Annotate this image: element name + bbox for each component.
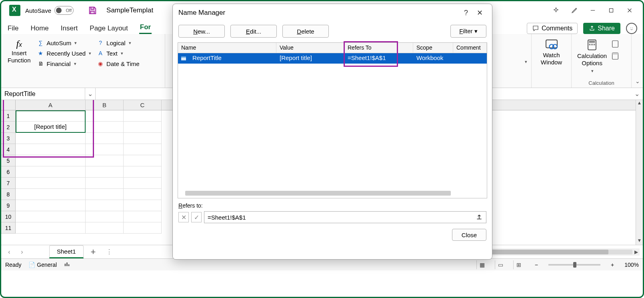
tab-page-layout[interactable]: Page Layout <box>89 23 128 34</box>
svg-rect-8 <box>589 44 591 46</box>
recently-used-button[interactable]: ★Recently Used▾ <box>36 48 93 58</box>
zoom-out-icon[interactable]: − <box>532 262 541 268</box>
app-close-button[interactable] <box>620 4 639 17</box>
feedback-icon[interactable] <box>626 23 637 34</box>
view-normal-icon[interactable]: ▦ <box>476 260 488 269</box>
view-page-layout-icon[interactable]: ▭ <box>495 260 506 269</box>
stats-icon[interactable] <box>64 261 71 268</box>
copilot-icon[interactable] <box>547 4 565 17</box>
svg-rect-9 <box>591 44 593 46</box>
svg-point-1 <box>630 28 631 28</box>
name-row-reporttitle[interactable]: ReportTitle [Report title] =Sheet1!$A$1 … <box>178 53 487 64</box>
name-box-dropdown-icon[interactable]: ⌄ <box>85 88 96 100</box>
svg-rect-13 <box>612 53 618 55</box>
calculate-now-icon[interactable] <box>611 40 620 48</box>
dialog-close-icon[interactable]: ✕ <box>473 7 486 19</box>
sheet-tab-sheet1[interactable]: Sheet1 <box>49 245 84 258</box>
vertical-scrollbar[interactable]: ▲ ▼ <box>636 100 643 245</box>
cell-a2-value[interactable]: [Report title] <box>16 122 86 133</box>
logical-button[interactable]: ?Logical▾ <box>95 38 141 48</box>
sheet-options-icon[interactable]: ⋮ <box>106 248 112 256</box>
refers-to-input[interactable]: =Sheet1!$A$1 <box>204 211 486 223</box>
refers-confirm-icon[interactable]: ✓ <box>191 212 202 222</box>
name-box[interactable]: ReportTitle <box>1 88 85 100</box>
svg-rect-19 <box>181 58 186 59</box>
name-row-icon <box>178 53 189 64</box>
row-header[interactable]: 1 <box>1 110 16 122</box>
tab-insert[interactable]: Insert <box>60 23 79 34</box>
status-bar: Ready 📄 General ▦ ▭ ⊞ − + 100% <box>1 258 643 270</box>
text-button[interactable]: AText▾ <box>95 48 141 58</box>
scroll-up-icon[interactable]: ▲ <box>636 100 643 107</box>
autosum-button[interactable]: ∑AutoSum▾ <box>36 38 93 48</box>
autosave-toggle[interactable]: AutoSave Off <box>25 6 74 15</box>
document-title: SampleTemplat <box>106 6 153 14</box>
insert-function-button[interactable]: fx Insert Function <box>5 36 33 87</box>
add-sheet-button[interactable]: + <box>87 247 100 257</box>
svg-rect-16 <box>68 264 70 266</box>
close-button[interactable]: Close <box>452 229 486 241</box>
svg-rect-15 <box>66 262 68 266</box>
watch-window-button[interactable]: Watch Window <box>536 36 567 66</box>
cell-a1[interactable] <box>16 110 86 122</box>
col-header-c[interactable]: C <box>124 100 162 110</box>
col-header-b[interactable]: B <box>86 100 124 110</box>
col-comment[interactable]: Comment <box>453 43 487 53</box>
zoom-level[interactable]: 100% <box>624 262 639 268</box>
filter-button[interactable]: Filter ▾ <box>450 25 486 38</box>
sheet-nav-next-icon[interactable]: › <box>17 247 27 257</box>
collapse-ribbon-icon[interactable]: ⌄ <box>632 34 643 88</box>
status-ready: Ready <box>5 262 21 268</box>
date-time-button[interactable]: ◉Date & Time <box>95 59 141 68</box>
col-scope[interactable]: Scope <box>413 43 453 53</box>
col-refers-to[interactable]: Refers To <box>344 43 413 53</box>
accessibility-icon[interactable]: 📄 General <box>28 262 57 268</box>
pen-icon[interactable] <box>565 4 584 17</box>
expand-formula-bar-icon[interactable]: ⌄ <box>631 88 643 100</box>
svg-rect-20 <box>181 59 186 60</box>
col-header-a[interactable]: A <box>16 100 86 110</box>
list-horizontal-scrollbar[interactable] <box>185 191 451 196</box>
view-page-break-icon[interactable]: ⊞ <box>513 260 524 269</box>
zoom-slider[interactable] <box>548 264 600 266</box>
sheet-nav-prev-icon[interactable]: ‹ <box>4 247 14 257</box>
svg-point-2 <box>632 28 632 28</box>
maximize-button[interactable] <box>602 4 620 17</box>
svg-rect-18 <box>181 56 186 58</box>
share-icon <box>589 25 595 32</box>
tab-home[interactable]: Home <box>30 23 49 34</box>
scroll-down-icon[interactable]: ▼ <box>636 238 643 245</box>
tab-file[interactable]: File <box>7 23 19 34</box>
toggle-icon[interactable]: Off <box>54 6 74 15</box>
autosave-label: AutoSave <box>25 7 51 14</box>
col-value[interactable]: Value <box>276 43 344 53</box>
col-name[interactable]: Name <box>178 43 276 53</box>
dialog-title: Name Manager <box>178 9 225 17</box>
scroll-right-icon[interactable]: ▶ <box>632 249 640 255</box>
list-headers[interactable]: Name Value Refers To Scope Comment <box>178 43 487 53</box>
svg-point-5 <box>552 44 557 49</box>
svg-rect-7 <box>589 41 595 43</box>
minimize-button[interactable] <box>584 4 602 17</box>
new-button[interactable]: New... <box>178 25 225 38</box>
comment-icon <box>532 25 539 32</box>
svg-rect-10 <box>594 44 595 46</box>
edit-button[interactable]: Edit... <box>230 25 277 38</box>
svg-rect-14 <box>65 264 66 266</box>
share-button[interactable]: Share <box>583 23 620 34</box>
delete-button[interactable]: Delete <box>282 25 329 38</box>
calculate-sheet-icon[interactable] <box>611 52 620 60</box>
range-picker-icon[interactable] <box>476 214 483 221</box>
ribbon-more-icon[interactable]: ▾ <box>525 59 527 64</box>
refers-cancel-icon[interactable]: ✕ <box>178 212 189 222</box>
select-all-corner[interactable] <box>1 100 16 110</box>
save-icon[interactable] <box>88 6 97 15</box>
zoom-in-icon[interactable]: + <box>608 262 617 268</box>
calculation-options-button[interactable]: Calculation Options ▾ <box>576 36 608 74</box>
tab-formulas[interactable]: For <box>139 22 152 34</box>
comments-button[interactable]: Comments <box>527 23 578 34</box>
dialog-help-button[interactable]: ? <box>459 7 473 19</box>
svg-rect-0 <box>610 9 613 12</box>
financial-button[interactable]: 🗎Financial▾ <box>36 59 93 68</box>
names-list[interactable]: Name Value Refers To Scope Comment Repor… <box>178 42 487 198</box>
